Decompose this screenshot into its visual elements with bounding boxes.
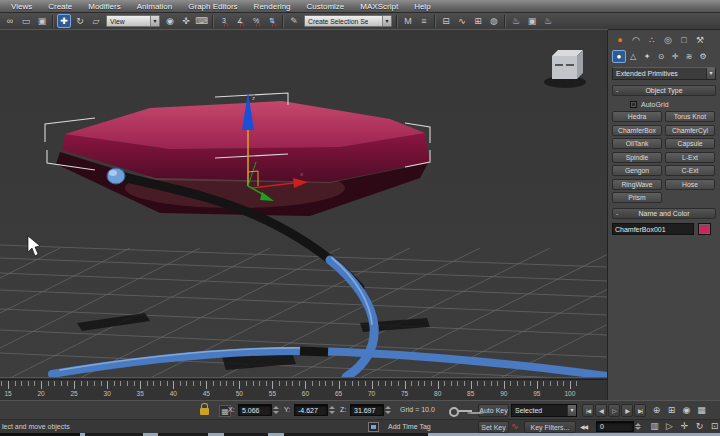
named-selection-sets-dropdown[interactable]: Create Selection Se <box>304 15 392 27</box>
zoom-extents-all-button[interactable]: ▦ <box>695 404 708 417</box>
menu-customize[interactable]: Customize <box>299 0 353 13</box>
set-key-button[interactable]: Set Key <box>478 421 509 433</box>
dropdown-arrow-icon[interactable] <box>706 68 715 79</box>
select-and-rotate-icon[interactable]: ↻ <box>73 14 87 28</box>
maximize-viewport-toggle-button[interactable]: ⊡ <box>708 420 720 433</box>
time-slider-track-bar[interactable]: 1520253035404550556065707580859095100 <box>0 379 607 400</box>
render-production-icon[interactable]: ♨ <box>541 14 555 28</box>
material-editor-icon[interactable]: ◍ <box>487 14 501 28</box>
primitive-button-prism[interactable]: Prism <box>612 192 662 203</box>
tab-display-icon[interactable]: □ <box>676 33 692 47</box>
dropdown-arrow-icon[interactable] <box>150 16 159 26</box>
name-color-rollout-header[interactable]: Name and Color <box>612 208 716 219</box>
primitive-button-oiltank[interactable]: OilTank <box>612 138 662 149</box>
select-and-move-icon[interactable]: ✚ <box>57 14 71 28</box>
select-and-scale-icon[interactable]: ▱ <box>89 14 103 28</box>
set-keys-icon[interactable] <box>449 406 475 417</box>
frame-spinner[interactable] <box>635 421 642 432</box>
select-and-link-icon[interactable]: ∞ <box>3 14 17 28</box>
primitive-button-spindle[interactable]: Spindle <box>612 152 662 163</box>
z-coordinate-field[interactable]: 31.697 <box>350 404 384 416</box>
subcategory-lights-icon[interactable]: ✦ <box>640 50 654 63</box>
primitive-button-torus-knot[interactable]: Torus Knot <box>665 111 715 122</box>
next-frame-button[interactable]: |▶ <box>621 404 633 417</box>
selection-lock-icon[interactable] <box>200 408 209 415</box>
menu-create[interactable]: Create <box>40 0 80 13</box>
subcategory-systems-icon[interactable]: ⚙ <box>696 50 710 63</box>
reference-coordinate-system-dropdown[interactable]: View <box>106 15 160 27</box>
x-coordinate-field[interactable]: 5.066 <box>238 404 272 416</box>
tab-hierarchy-icon[interactable]: ∴ <box>644 33 660 47</box>
zoom-button[interactable]: ⊕ <box>650 404 663 417</box>
current-frame-field[interactable]: 0 <box>596 421 634 432</box>
percent-snap-toggle-icon[interactable]: % <box>249 14 263 28</box>
add-time-tag[interactable]: Add Time Tag <box>388 423 431 430</box>
primitive-button-gengon[interactable]: Gengon <box>612 165 662 176</box>
walk-through-button[interactable]: ▷ <box>663 420 676 433</box>
object-name-field[interactable] <box>612 223 694 235</box>
keyboard-shortcut-override-icon[interactable]: ⌨ <box>195 14 209 28</box>
subcategory-space-warps-icon[interactable]: ≋ <box>682 50 696 63</box>
autogrid-checkbox[interactable] <box>630 101 637 108</box>
new-key-filter-curve-icon[interactable]: ∿ <box>511 421 519 431</box>
object-color-swatch[interactable] <box>698 223 711 235</box>
align-icon[interactable]: ≡ <box>417 14 431 28</box>
menu-modifiers[interactable]: Modifiers <box>80 0 128 13</box>
angle-snap-toggle-icon[interactable]: ∡ <box>233 14 247 28</box>
x-spinner[interactable] <box>273 404 280 416</box>
schematic-view-icon[interactable]: ⊞ <box>471 14 485 28</box>
key-filters-button[interactable]: Key Filters... <box>524 421 576 433</box>
menu-help[interactable]: Help <box>406 0 438 13</box>
primitive-button-hedra[interactable]: Hedra <box>612 111 662 122</box>
go-to-end-button[interactable]: ▶| <box>634 404 646 417</box>
tab-utilities-icon[interactable]: ⚒ <box>692 33 708 47</box>
primitive-button-hose[interactable]: Hose <box>665 179 715 190</box>
tab-create-icon[interactable]: ● <box>612 33 628 47</box>
primitive-category-dropdown[interactable]: Extended Primitives <box>612 67 716 80</box>
subcategory-geometry-icon[interactable]: ● <box>612 50 626 63</box>
menu-rendering[interactable]: Rendering <box>246 0 299 13</box>
dropdown-arrow-icon[interactable] <box>567 405 576 416</box>
subcategory-helpers-icon[interactable]: ✛ <box>668 50 682 63</box>
tab-motion-icon[interactable]: ◎ <box>660 33 676 47</box>
layer-manager-icon[interactable]: ⊟ <box>439 14 453 28</box>
pan-zoom-2d-button[interactable]: ▥ <box>648 420 661 433</box>
perspective-viewport[interactable]: z x <box>0 30 607 377</box>
pan-hand-button[interactable]: ✛ <box>678 420 691 433</box>
y-coordinate-field[interactable]: -4.627 <box>294 404 328 416</box>
use-pivot-point-center-icon[interactable]: ◉ <box>163 14 177 28</box>
tab-modify-icon[interactable]: ◠ <box>628 33 644 47</box>
subcategory-shapes-icon[interactable]: △ <box>626 50 640 63</box>
go-to-start-button[interactable]: |◀ <box>582 404 594 417</box>
previous-frame-button[interactable]: ◀| <box>595 404 607 417</box>
object-type-rollout-header[interactable]: Object Type <box>612 85 716 96</box>
snaps-toggle-3d-icon[interactable]: 3 <box>217 14 231 28</box>
spinner-snap-toggle-icon[interactable]: ⇅ <box>265 14 279 28</box>
render-setup-icon[interactable]: ♨ <box>509 14 523 28</box>
z-spinner[interactable] <box>385 404 392 416</box>
unlink-selection-icon[interactable]: ▭ <box>19 14 33 28</box>
primitive-button-chamfercyl[interactable]: ChamferCyl <box>665 125 715 136</box>
key-mode-toggle[interactable]: ◀◀ <box>580 423 587 430</box>
auto-key-button[interactable]: Auto Key <box>478 404 509 417</box>
edit-named-selection-sets-icon[interactable]: ✎ <box>287 14 301 28</box>
play-animation-button[interactable]: ▷ <box>608 404 620 417</box>
dropdown-arrow-icon[interactable] <box>382 16 391 26</box>
zoom-all-button[interactable]: ⊞ <box>665 404 678 417</box>
curve-editor-icon[interactable]: ∿ <box>455 14 469 28</box>
primitive-button-capsule[interactable]: Capsule <box>665 138 715 149</box>
rectangular-selection-region-icon[interactable]: ▣ <box>35 14 49 28</box>
primitive-button-l-ext[interactable]: L-Ext <box>665 152 715 163</box>
subcategory-cameras-icon[interactable]: ⊙ <box>654 50 668 63</box>
isolate-selection-icon[interactable] <box>368 422 379 432</box>
mirror-icon[interactable]: M <box>401 14 415 28</box>
zoom-extents-button[interactable]: ◉ <box>680 404 693 417</box>
menu-animation[interactable]: Animation <box>129 0 181 13</box>
y-spinner[interactable] <box>329 404 336 416</box>
primitive-button-ringwave[interactable]: RingWave <box>612 179 662 190</box>
select-and-manipulate-icon[interactable]: ✜ <box>179 14 193 28</box>
time-mode-dropdown[interactable]: Selected <box>511 404 577 417</box>
primitive-button-c-ext[interactable]: C-Ext <box>665 165 715 176</box>
menu-graph-editors[interactable]: Graph Editors <box>180 0 245 13</box>
menu-views[interactable]: Views <box>3 0 40 13</box>
